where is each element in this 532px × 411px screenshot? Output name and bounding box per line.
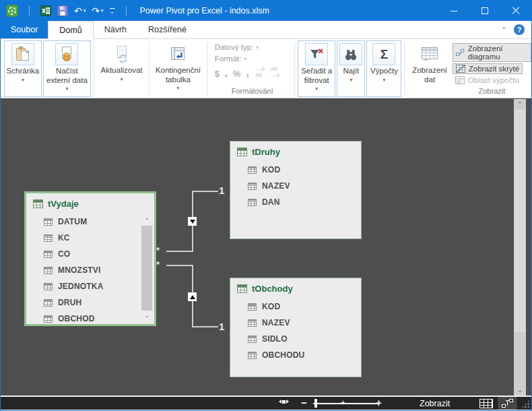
diagram-view-toggle-button[interactable] [498,397,517,410]
diagram-canvas[interactable]: * 1 * 1 tVydaje DATUM KC CO MNOZSTVI JED… [1,98,531,396]
maximize-button[interactable] [469,1,500,21]
field-row[interactable]: KC [26,230,154,246]
field-row[interactable]: DAN [230,194,361,210]
tab-advanced[interactable]: Rozšířené [137,21,197,38]
diagram-view-button[interactable]: Zobrazení diagramu [453,43,531,62]
field-label: DAN [262,197,280,207]
status-bar: − + + Zobrazit [1,396,531,410]
data-view-button[interactable]: Zobrazení dat [407,40,451,97]
relationship-line-tdruhy[interactable] [193,191,218,192]
help-icon[interactable]: ? [514,24,525,35]
undo-button[interactable]: ↶ ▾ [74,6,86,15]
scroll-up-icon[interactable]: ⌃ [141,216,152,226]
zoom-slider-thumb[interactable] [314,399,317,408]
tab-design[interactable]: Návrh [94,21,137,38]
field-label: OBCHOD [58,314,95,323]
sort-filter-label: Seřadit a filtrovat [298,67,335,85]
field-row[interactable]: DATUM [26,214,154,230]
table-scrollbar[interactable]: ⌃ ⌄ [141,216,152,321]
scrollbar-thumb[interactable] [141,226,152,311]
field-row[interactable]: OBCHODU [230,347,361,363]
field-label: NAZEV [262,318,290,327]
tab-home[interactable]: Domů [48,21,93,39]
field-row[interactable]: NAZEV [230,315,361,331]
field-label: SIDLO [262,334,288,344]
relationship-line-tobchody[interactable] [193,326,218,327]
field-row[interactable]: SIDLO [230,331,361,347]
minimize-button[interactable] [438,1,469,21]
relationship-line-tdruhy[interactable] [166,251,193,252]
relationship-line-tobchody[interactable] [166,265,193,266]
pivot-table-button[interactable]: Kontingenční tabulka ▾ [152,40,204,97]
calculations-button[interactable]: Σ Výpočty ▾ [366,40,401,97]
scroll-up-icon[interactable]: ⌃ [514,99,526,110]
diagram-view-icon [456,49,465,57]
redo-button[interactable]: ↷ ▾ [92,6,103,15]
zoom-in-button[interactable]: + [376,397,382,408]
data-view-toggle-icon[interactable] [479,399,493,408]
field-label: KOD [262,165,280,175]
calculations-dropdown-icon: ▾ [383,77,386,83]
field-icon [248,319,257,327]
redo-dropdown-icon[interactable]: ▾ [101,8,104,13]
refresh-button[interactable]: Aktualizovat ▾ [97,40,146,97]
field-row[interactable]: JEDNOTKA [26,278,154,294]
field-icon [44,299,53,307]
field-row[interactable]: MNOZSTVI [26,262,154,278]
undo-dropdown-icon[interactable]: ▾ [84,8,86,13]
field-row[interactable]: DRUH [26,294,154,311]
tab-file[interactable]: Soubor [1,21,48,38]
calculation-area-label: Oblast výpočtu [468,76,519,84]
pivot-table-label: Kontingenční tabulka [152,66,204,84]
field-icon [248,166,257,174]
diagram-scrollbar[interactable]: ⌃ ⌄ [514,99,526,396]
field-label: KC [58,233,70,243]
refresh-dropdown-icon: ▾ [121,76,123,82]
clipboard-button[interactable]: Schránka ▾ [4,40,42,97]
redo-icon: ↷ [92,6,100,15]
find-dropdown-icon: ▾ [350,77,352,83]
table-icon [237,284,247,293]
scrollbar-thumb[interactable] [514,110,525,332]
fit-to-screen-button[interactable] [279,400,289,404]
customize-quick-access-button[interactable]: ⌄ [110,8,115,13]
maximize-icon [481,7,488,14]
sort-filter-button[interactable]: Seřadit a filtrovat ▾ [298,40,335,97]
field-label: KOD [262,302,280,311]
zoom-out-button[interactable]: − [301,397,307,408]
resize-grip[interactable] [521,400,530,408]
scroll-down-icon[interactable]: ⌄ [514,385,526,396]
field-row[interactable]: KOD [230,162,361,178]
view-group: Zobrazení diagramu Zobrazit skryté fx Ob… [453,40,531,97]
field-label: DRUH [58,298,81,307]
excel-workbook-icon[interactable] [40,5,51,16]
collapse-ribbon-icon[interactable]: ⌃ [501,26,507,34]
field-row[interactable]: NAZEV [230,178,361,194]
field-label: DATUM [58,217,87,226]
find-button[interactable]: Najít ▾ [337,40,365,97]
undo-icon: ↶ [74,6,82,15]
field-row[interactable]: CO [26,246,154,262]
field-row[interactable]: KOD [230,298,361,315]
field-row[interactable]: OBCHOD [26,311,154,327]
table-header[interactable]: tVydaje [26,193,154,211]
field-icon [44,218,53,226]
diagram-view-toggle-icon [502,399,513,408]
zoom-slider-track[interactable] [313,403,379,404]
table-header[interactable]: tDruhy [230,141,361,159]
scroll-down-icon[interactable]: ⌄ [141,311,152,321]
save-icon[interactable] [57,5,68,16]
minimize-icon [451,11,457,11]
show-hidden-button[interactable]: Zobrazit skryté [453,63,523,74]
close-button[interactable] [500,1,531,21]
get-external-data-dropdown-icon: ▾ [66,86,69,92]
field-icon [44,251,53,258]
table-name: tDruhy [252,147,280,157]
get-external-data-button[interactable]: Načíst externí data ▾ [43,40,91,97]
table-tobchody[interactable]: tObchody KOD NAZEV SIDLO OBCHODU [230,278,362,377]
table-name: tObchody [252,284,293,294]
table-tdruhy[interactable]: tDruhy KOD NAZEV DAN [230,141,362,239]
table-header[interactable]: tObchody [230,278,361,296]
field-icon [44,315,53,323]
table-tvydaje[interactable]: tVydaje DATUM KC CO MNOZSTVI JEDNOTKA DR… [24,191,156,326]
